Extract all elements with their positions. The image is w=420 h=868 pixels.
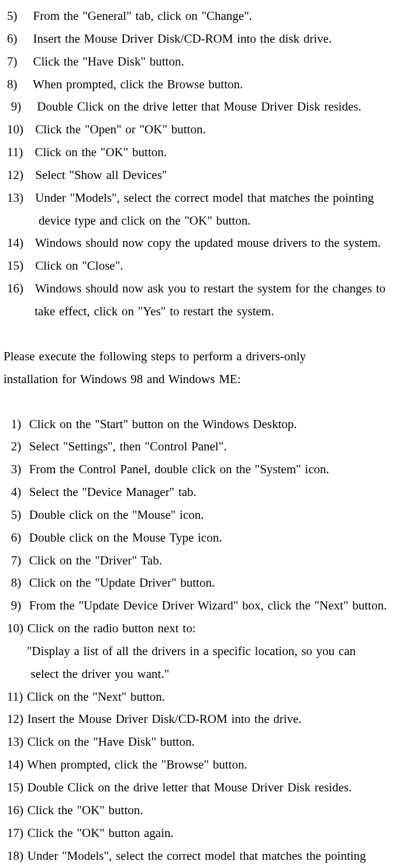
intro-paragraph: Please execute the following steps to pe… [4,345,414,391]
paragraph-gap [4,391,414,413]
document-content: 5) From the "General" tab, click on "Cha… [4,5,414,868]
list-item: 12) Select "Show all Devices" [4,164,414,187]
list-item: 11) Click on the "Next" button. [4,686,414,708]
instruction-list-2: 1) Click on the "Start" button on the Wi… [4,413,414,867]
list-item: 3) From the Control Panel, double click … [4,458,414,481]
list-item: 15) Click on "Close". [4,254,414,277]
intro-line: installation for Windows 98 and Windows … [4,368,414,391]
list-item-continuation: select the driver you want." [4,663,414,686]
list-item: 12) Insert the Mouse Driver Disk/CD-ROM … [4,708,414,731]
list-item: 7) Click on the "Driver" Tab. [4,549,414,572]
list-item: 4) Select the "Device Manager" tab. [4,481,414,504]
list-item: 8) When prompted, click the Browse butto… [4,73,414,96]
paragraph-gap [4,323,414,345]
list-item: 9) From the "Update Device Driver Wizard… [4,594,414,617]
list-item: 5) Double click on the "Mouse" icon. [4,504,414,526]
list-item: 10) Click on the radio button next to: [4,617,414,640]
list-item: 16) Click the "OK" button. [4,799,414,822]
list-item: 17) Click the "OK" button again. [4,822,414,845]
list-item: 8) Click on the "Update Driver" button. [4,571,414,594]
list-item-continuation: take effect, click on "Yes" to restart t… [4,300,414,323]
list-item: 14) Windows should now copy the updated … [4,232,414,254]
list-item: 16) Windows should now ask you to restar… [4,277,414,300]
list-item: 6) Double click on the Mouse Type icon. [4,526,414,549]
list-item: 6) Insert the Mouse Driver Disk/CD-ROM i… [4,27,414,50]
list-item: 1) Click on the "Start" button on the Wi… [4,413,414,436]
list-item-continuation: "Display a list of all the drivers in a … [4,640,414,663]
list-item: 13) Under "Models", select the correct m… [4,187,414,209]
list-item: 14) When prompted, click the "Browse" bu… [4,753,414,776]
list-item-continuation: device type and click on the "OK" button… [4,209,414,232]
list-item: 11) Click on the "OK" button. [4,141,414,164]
list-item: 10) Click the "Open" or "OK" button. [4,118,414,141]
list-item: 15) Double Click on the drive letter tha… [4,776,414,799]
instruction-list-1: 5) From the "General" tab, click on "Cha… [4,5,414,323]
intro-line: Please execute the following steps to pe… [4,345,414,368]
list-item: 18) Under "Models", select the correct m… [4,845,414,867]
list-item: 7) Click the "Have Disk" button. [4,50,414,73]
list-item: 5) From the "General" tab, click on "Cha… [4,5,414,27]
list-item: 9) Double Click on the drive letter that… [4,95,414,118]
list-item: 13) Click on the "Have Disk" button. [4,731,414,753]
list-item: 2) Select "Settings", then "Control Pane… [4,435,414,458]
